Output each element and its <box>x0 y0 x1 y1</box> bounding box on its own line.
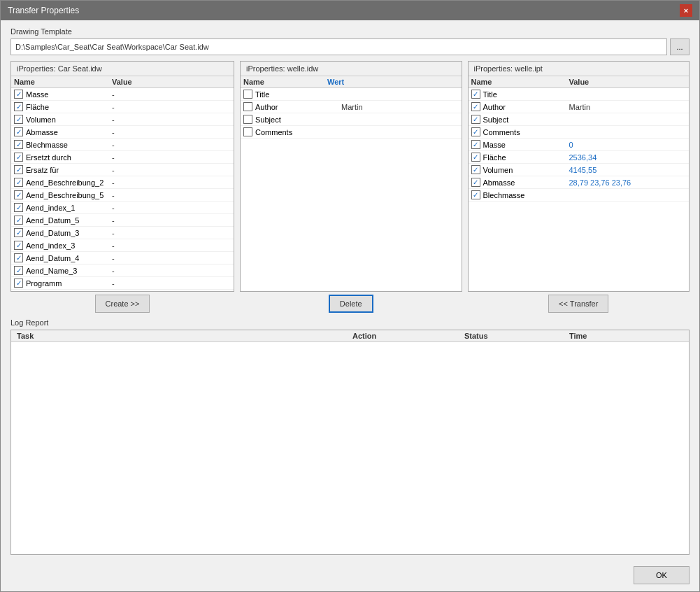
row-checkbox[interactable] <box>471 140 480 149</box>
cell-name: Subject <box>471 115 569 124</box>
table-row[interactable]: Blechmasse <box>469 189 690 202</box>
cell-name: Fläche <box>14 102 112 111</box>
row-name-label: Aend_Beschreibung_2 <box>26 178 103 187</box>
table-row[interactable]: Aend_Name_3 - <box>11 265 234 277</box>
cell-name: Fläche <box>471 153 569 162</box>
table-row[interactable]: Abmasse - <box>11 126 234 139</box>
table-row[interactable]: Masse - <box>11 88 234 101</box>
browse-button[interactable]: ... <box>670 38 690 55</box>
row-checkbox[interactable] <box>14 115 23 124</box>
row-checkbox[interactable] <box>471 190 480 199</box>
right-panel: iProperties: welle.ipt Name Value Title … <box>468 61 690 292</box>
table-row[interactable]: Comments <box>469 126 690 139</box>
row-checkbox[interactable] <box>14 241 23 250</box>
table-row[interactable]: Aend_Beschreibung_2 - <box>11 176 234 189</box>
row-name-label: Author <box>255 103 278 111</box>
cell-name: Aend_Beschreibung_5 <box>14 190 112 199</box>
create-button[interactable]: Create >> <box>95 295 150 313</box>
row-checkbox[interactable] <box>14 190 23 199</box>
row-checkbox[interactable] <box>471 178 480 187</box>
row-name-label: Masse <box>483 141 506 149</box>
table-row[interactable]: Aend_Datum_3 - <box>11 227 234 239</box>
row-checkbox[interactable] <box>243 90 252 99</box>
row-checkbox[interactable] <box>14 165 23 174</box>
row-checkbox[interactable] <box>471 90 480 99</box>
table-row[interactable]: Aend_Datum_4 - <box>11 252 234 265</box>
row-checkbox[interactable] <box>14 279 23 288</box>
table-row[interactable]: Ersetzt durch - <box>11 151 234 164</box>
row-checkbox[interactable] <box>14 153 23 162</box>
cell-name: Programm <box>14 279 112 288</box>
table-row[interactable]: Fläche - <box>11 101 234 113</box>
row-checkbox[interactable] <box>471 102 480 111</box>
cell-value: - <box>112 166 231 174</box>
row-checkbox[interactable] <box>243 102 252 111</box>
table-row[interactable]: Subject <box>241 113 462 126</box>
row-checkbox[interactable] <box>243 127 252 136</box>
cell-value: 0 <box>569 141 687 149</box>
row-checkbox[interactable] <box>14 228 23 237</box>
table-row[interactable]: Masse 0 <box>469 139 690 151</box>
drawing-template-label: Drawing Template <box>10 27 690 36</box>
table-row[interactable]: Aend_Beschreibung_5 - <box>11 189 234 202</box>
mid-col-name-header: Name <box>243 78 327 86</box>
row-checkbox[interactable] <box>14 102 23 111</box>
table-row[interactable]: Fläche 2536,34 <box>469 151 690 164</box>
cell-name: Author <box>243 102 341 111</box>
table-row[interactable]: Aend_Datum_5 - <box>11 214 234 227</box>
cell-name: Aend_Datum_3 <box>14 228 112 237</box>
table-row[interactable]: Aend_index_3 - <box>11 239 234 252</box>
cell-name: Masse <box>471 140 569 149</box>
table-row[interactable]: Title <box>241 88 462 101</box>
dialog-window: Transfer Properties × Drawing Template .… <box>0 0 700 592</box>
cell-value: - <box>112 141 231 149</box>
table-row[interactable]: Author Martin <box>241 101 462 113</box>
right-col-name-header: Name <box>471 78 569 86</box>
mid-panel-title: iProperties: welle.idw <box>241 62 462 76</box>
row-checkbox[interactable] <box>14 253 23 262</box>
cell-value: 4145,55 <box>569 166 687 174</box>
right-table-body: Title Author Martin Subject Comments <box>469 88 690 291</box>
table-row[interactable]: Volumen 4145,55 <box>469 164 690 176</box>
table-row[interactable]: Title <box>469 88 690 101</box>
cell-value: - <box>112 241 231 250</box>
row-checkbox[interactable] <box>14 266 23 275</box>
table-row[interactable]: Abmasse 28,79 23,76 23,76 <box>469 176 690 189</box>
cell-value: - <box>112 267 231 275</box>
template-path-input[interactable] <box>10 38 667 55</box>
template-row: ... <box>10 38 690 55</box>
row-checkbox[interactable] <box>14 90 23 99</box>
table-row[interactable]: Author Martin <box>469 101 690 113</box>
row-checkbox[interactable] <box>243 115 252 124</box>
table-row[interactable]: Blechmasse - <box>11 139 234 151</box>
left-table-body: Masse - Fläche - Volumen - Abmasse - <box>11 88 234 291</box>
row-checkbox[interactable] <box>14 178 23 187</box>
table-row[interactable]: Comments <box>241 126 462 139</box>
row-checkbox[interactable] <box>471 115 480 124</box>
row-checkbox[interactable] <box>14 203 23 212</box>
transfer-button[interactable]: << Transfer <box>548 295 608 313</box>
cell-value: 2536,34 <box>569 153 687 162</box>
table-row[interactable]: Aend_index_1 - <box>11 202 234 214</box>
table-row[interactable]: Programm - <box>11 277 234 290</box>
table-row[interactable]: Subject <box>469 113 690 126</box>
row-name-label: Ersetzt durch <box>26 153 71 162</box>
row-name-label: Aend_Beschreibung_5 <box>26 191 103 199</box>
cell-name: Masse <box>14 90 112 99</box>
log-panel: Task Action Status Time <box>10 330 690 555</box>
table-row[interactable]: Volumen - <box>11 113 234 126</box>
ok-button[interactable]: OK <box>634 566 690 584</box>
row-checkbox[interactable] <box>471 153 480 162</box>
row-checkbox[interactable] <box>14 140 23 149</box>
row-checkbox[interactable] <box>14 216 23 225</box>
row-name-label: Blechmasse <box>26 141 68 149</box>
log-col-task: Task <box>17 332 352 340</box>
table-row[interactable]: Ersatz für - <box>11 164 234 176</box>
delete-button[interactable]: Delete <box>329 295 373 313</box>
cell-value: - <box>112 191 231 199</box>
mid-panel: iProperties: welle.idw Name Wert Title A… <box>240 61 462 292</box>
row-checkbox[interactable] <box>471 127 480 136</box>
close-button[interactable]: × <box>680 4 692 17</box>
row-checkbox[interactable] <box>14 127 23 136</box>
row-checkbox[interactable] <box>471 165 480 174</box>
